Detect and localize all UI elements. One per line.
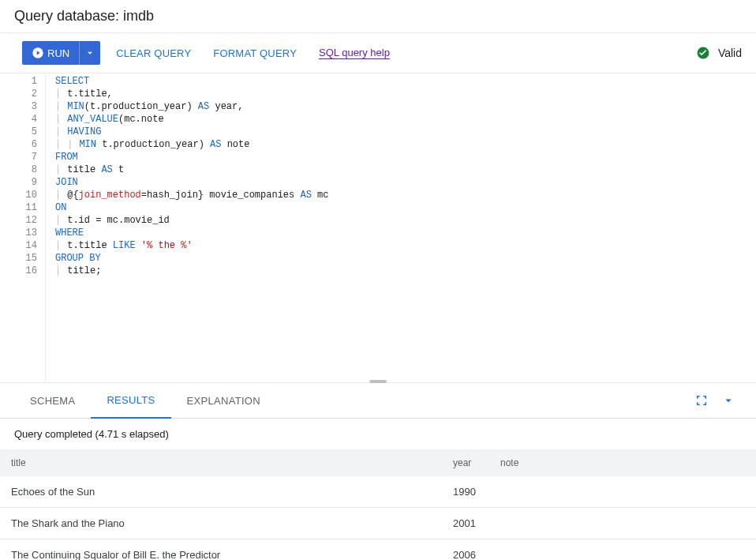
run-button-group: RUN [22,41,100,65]
query-status: Query completed (4.71 s elapsed) [0,419,756,449]
line-number: 10 [0,189,37,201]
code-line[interactable]: | t.title, [55,88,756,100]
code-token: AS [198,101,209,112]
code-line[interactable]: ON [55,201,756,214]
query-toolbar: RUN CLEAR QUERY FORMAT QUERY SQL query h… [0,33,756,73]
code-line[interactable]: JOIN [55,176,756,189]
code-line[interactable]: | @{join_method=hash_join} movie_compani… [55,189,756,201]
line-number: 2 [0,88,37,100]
code-token: | [55,214,62,227]
code-line[interactable]: GROUP BY [55,252,756,265]
code-line[interactable]: | t.title LIKE '% the %' [55,239,756,252]
code-token: | [55,126,62,138]
cell-year: 2001 [442,508,489,539]
code-line[interactable]: | | MIN t.production_year) AS note [55,138,756,151]
code-token: (mc.note [118,114,164,125]
line-number: 14 [0,239,37,252]
line-number: 12 [0,214,37,227]
line-number: 3 [0,100,37,113]
play-icon [32,47,44,59]
cell-note [489,508,756,539]
code-line[interactable]: | ANY_VALUE(mc.note [55,113,756,126]
line-number: 7 [0,151,37,163]
code-token: =hash_join} movie_companies [141,190,301,201]
code-token: AS [300,190,311,201]
code-token: WHERE [55,227,84,239]
line-number: 15 [0,252,37,265]
column-header-year[interactable]: year [442,449,489,476]
column-header-note[interactable]: note [489,449,756,476]
table-row[interactable]: Echoes of the Sun1990 [0,476,756,508]
code-token: | [55,113,62,126]
code-line[interactable]: SELECT [55,75,756,88]
code-token: | [55,88,62,100]
code-token: MIN [67,101,84,112]
code-token: year, [209,101,243,112]
code-token: '% the %' [141,240,193,251]
table-header-row: titleyearnote [0,449,756,476]
code-token: SELECT [55,76,89,87]
drag-handle-icon [369,380,387,383]
line-number: 1 [0,75,37,88]
code-area[interactable]: SELECT| t.title,| MIN(t.production_year)… [46,73,756,382]
code-token: t.production_year) [96,139,210,150]
code-token: mc [312,190,329,201]
code-line[interactable]: | HAVING [55,126,756,138]
code-token: | [55,189,62,201]
tab-explanation[interactable]: EXPLANATION [171,384,276,418]
code-token [62,139,67,150]
fullscreen-icon [694,393,709,408]
code-line[interactable]: | title; [55,265,756,277]
cell-note [489,476,756,508]
cell-title: Echoes of the Sun [0,476,442,508]
sql-help-link[interactable]: SQL query help [319,47,390,59]
code-token: t [113,164,124,175]
check-circle-icon [696,46,710,60]
tab-results[interactable]: RESULTS [91,383,170,419]
line-number: 13 [0,227,37,239]
chevron-down-icon [721,393,735,408]
results-tabs: SCHEMARESULTSEXPLANATION [0,383,756,419]
code-token: title; [62,265,101,276]
code-token: @{ [62,190,79,201]
line-number-gutter: 12345678910111213141516 [0,73,46,382]
code-line[interactable]: | t.id = mc.movie_id [55,214,756,227]
code-token [136,240,141,251]
code-token: ANY_VALUE [67,114,118,125]
line-number: 8 [0,163,37,176]
code-token: note [221,139,249,150]
code-token: | [55,239,62,252]
caret-down-icon [84,47,95,58]
run-dropdown-button[interactable] [79,41,100,65]
table-row[interactable]: The Shark and the Piano2001 [0,508,756,539]
code-token: (t.production_year) [84,101,198,112]
tab-schema[interactable]: SCHEMA [14,384,91,418]
run-button[interactable]: RUN [22,41,79,65]
code-token: FROM [55,152,78,163]
code-line[interactable]: FROM [55,151,756,163]
code-token: AS [101,164,112,175]
code-token: t.title [62,240,113,251]
page-title: Query database: imdb [14,8,742,24]
table-row[interactable]: The Continuing Squalor of Bill E. the Pr… [0,539,756,561]
code-line[interactable]: WHERE [55,227,756,239]
code-line[interactable]: | MIN(t.production_year) AS year, [55,100,756,113]
code-line[interactable]: | title AS t [55,163,756,176]
code-token: | [55,265,62,277]
format-query-button[interactable]: FORMAT QUERY [213,47,297,59]
column-header-title[interactable]: title [0,449,442,476]
validation-label: Valid [718,47,742,59]
fullscreen-button[interactable] [688,387,715,414]
code-token: title [62,164,101,175]
code-token: ON [55,202,66,213]
sql-editor[interactable]: 12345678910111213141516 SELECT| t.title,… [0,73,756,383]
line-number: 6 [0,138,37,151]
code-token: | [55,138,62,151]
code-token: MIN [79,139,96,150]
code-token: | [55,100,62,113]
collapse-button[interactable] [715,387,742,414]
clear-query-button[interactable]: CLEAR QUERY [116,47,191,59]
results-table: titleyearnote Echoes of the Sun1990The S… [0,449,756,560]
code-token: | [55,163,62,176]
cell-year: 1990 [442,476,489,508]
